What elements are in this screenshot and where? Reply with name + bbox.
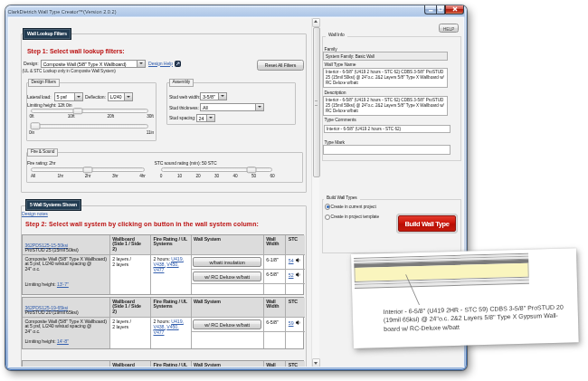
description-field[interactable]: Interior - 6-5/8" (U419 2 hours - STC 62…	[323, 96, 448, 117]
dropdown-arrow-icon[interactable]	[255, 104, 263, 111]
wallboard-header-cell: Wallboard (Side 1 / Side 2)	[110, 361, 151, 367]
cell-text: 362PDS125-15-50ksiProSTUD 25 (15mil 50ks…	[25, 243, 108, 253]
assembly-title: Assembly	[169, 79, 194, 87]
maximize-icon	[438, 6, 443, 12]
slider-thumb[interactable]	[247, 167, 257, 174]
arrow-glyph	[77, 96, 81, 98]
callout-text: Interior - 6-5/8" (U419 2HR - STC 59) CD…	[384, 302, 574, 333]
minimize-button[interactable]	[424, 5, 436, 14]
fire-rating-cell: 2 hours: U419, V438, V450, V477	[151, 255, 192, 294]
scroll-up-icon	[314, 20, 318, 23]
build-wall-types-title: Build Wall Types	[324, 195, 360, 200]
system-cell: w/ RC Deluxe w/batt	[192, 318, 264, 332]
limiting-height-link[interactable]: 13'-7"	[57, 281, 69, 287]
stc-link[interactable]: 52	[289, 272, 294, 278]
cell-text: Limiting height: 13'-7"	[25, 282, 108, 287]
create-current-project-radio[interactable]	[325, 204, 331, 210]
header-cell-text: STC	[289, 237, 303, 242]
slider-track[interactable]	[31, 109, 148, 113]
stud-web-width-select[interactable]: 3-5/8"	[200, 92, 227, 101]
cell-text: 362PDS125-19-65ksiProSTUD 20 (19mil 65ks…	[25, 306, 108, 316]
family-field[interactable]: System Family: Basic Wall	[323, 52, 448, 61]
create-project-template-radio[interactable]	[325, 214, 331, 221]
dropdown-arrow-icon[interactable]	[74, 93, 82, 100]
stc-header-cell: STC	[286, 298, 305, 318]
design-select[interactable]: Composite Wall (5/8" Type X Wallboard)	[41, 60, 146, 69]
speaker-icon	[296, 272, 300, 277]
system-header-cell: Wall System	[192, 361, 264, 367]
maximize-button[interactable]	[436, 5, 446, 14]
tick-label: 30	[214, 174, 219, 178]
speaker-icon	[296, 320, 300, 325]
stud-description-cell: Composite Wall (5/8" Type X Wallboard) a…	[23, 318, 110, 348]
slider-thumb[interactable]	[83, 167, 93, 174]
build-wall-type-button[interactable]: Build Wall Type	[398, 215, 456, 232]
ul-system-link[interactable]: V477	[154, 329, 165, 335]
design-help-link[interactable]: Design Help	[148, 61, 173, 66]
deflection-value: L/240	[109, 93, 123, 100]
fire-header-cell: Fire Rating / UL Systems	[151, 298, 192, 318]
type-mark-field[interactable]	[323, 145, 450, 156]
wallboard-cell: 2 layers / 2 layers	[110, 318, 151, 348]
width-header-cell: Wall Width	[264, 361, 287, 367]
wall-system-button[interactable]: w/ RC Deluxe w/batt	[193, 319, 261, 329]
speaker-icon	[296, 258, 300, 262]
ul-system-link[interactable]: V477	[154, 267, 165, 272]
close-icon	[452, 6, 458, 12]
ul-system-link[interactable]: V450,	[166, 324, 178, 329]
reset-all-filters-button[interactable]: Reset All Filters	[257, 60, 304, 71]
design-filters-title: Design Filters	[28, 79, 60, 87]
slider-thumb[interactable]	[31, 122, 41, 129]
wall-system-button[interactable]: w/batt insulation	[193, 257, 261, 267]
header-cell-text: Wall System	[194, 237, 261, 242]
type-comments-field[interactable]: Interior - 6-5/8" (U419 2 hours - STC 62…	[324, 125, 450, 133]
header-cell-text: STC	[289, 363, 303, 367]
header-cell-text: Wall System	[194, 363, 261, 367]
cell-text: 59	[289, 320, 303, 326]
wall-system-table: 362PDS125-15-50ksiProSTUD 25 (15mil 50ks…	[22, 234, 304, 295]
arrow-glyph	[127, 96, 130, 98]
vertical-scrollbar[interactable]	[311, 18, 319, 367]
stud-thickness-select[interactable]: All	[200, 103, 264, 112]
stc-link[interactable]: 59	[289, 320, 294, 326]
tick-label: 10ft	[68, 114, 75, 119]
tick-label: 60	[270, 174, 274, 178]
dropdown-arrow-icon[interactable]	[206, 115, 214, 122]
close-button[interactable]	[445, 5, 464, 14]
width-cell: 6-5/8"	[264, 270, 287, 284]
stud-name: ProSTUD 25 (15mil 50ksi)	[25, 247, 79, 252]
tick-label: 50	[251, 174, 256, 178]
slider-track[interactable]	[31, 124, 148, 129]
cell-text: 2 hours: U419, V438, V450, V477	[154, 319, 189, 335]
design-help-icon[interactable]	[175, 61, 181, 67]
cell-text: 54	[289, 258, 303, 263]
tick-label: 0in	[29, 130, 34, 135]
tick-label: 10	[177, 174, 182, 178]
arrow-glyph	[139, 62, 143, 64]
limiting-height-link[interactable]: 14'-8"	[57, 338, 69, 344]
dropdown-arrow-icon[interactable]	[137, 61, 145, 68]
height-inch-slider[interactable]	[31, 121, 148, 131]
dropdown-arrow-icon[interactable]	[124, 93, 132, 100]
title-bar[interactable]: ClarkDietrich Wall Type Creator™(Version…	[5, 5, 467, 18]
height-feet-slider[interactable]	[31, 106, 148, 116]
dropdown-arrow-icon[interactable]	[218, 93, 226, 100]
lateral-load-select[interactable]: 5 psf	[54, 92, 83, 101]
stc-cell: 52	[286, 270, 305, 284]
ul-system-link[interactable]: V450,	[166, 262, 178, 267]
help-button[interactable]: HELP	[439, 24, 459, 33]
stud-spacing-select[interactable]: 24	[196, 114, 216, 123]
wall-system-button[interactable]: w/ RC Deluxe w/batt	[193, 271, 261, 281]
deflection-select[interactable]: L/240	[108, 92, 133, 101]
stud-spacing-value: 24	[197, 115, 206, 122]
wallboard-cell: 2 layers / 2 layers	[110, 255, 151, 294]
wall-type-name-field[interactable]: Interior - 6-5/8" (U419 2 hours - STC 62…	[323, 68, 448, 89]
tick-label: All	[31, 174, 35, 178]
stud-web-width-label: Stud web width:	[169, 94, 200, 100]
stc-link[interactable]: 54	[289, 258, 294, 263]
design-notes-link[interactable]: Design notes	[22, 211, 48, 216]
arrow-glyph	[258, 106, 261, 108]
cell-text: 6-5/8"	[266, 320, 283, 325]
stud-name: ProSTUD 20 (19mil 65ksi)	[25, 310, 79, 315]
window-title: ClarkDietrich Wall Type Creator™(Version…	[8, 9, 117, 14]
